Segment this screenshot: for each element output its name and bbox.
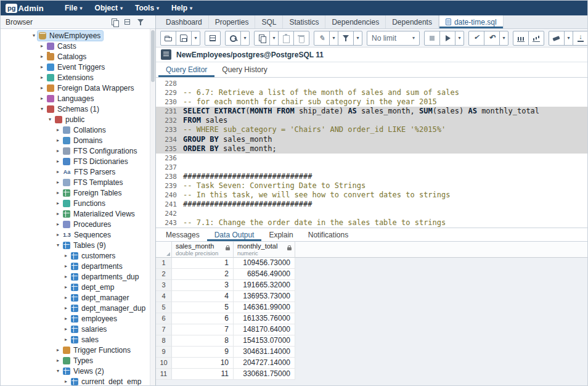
row-number[interactable]: 3	[156, 280, 172, 291]
tree-item-functions[interactable]: ▸Functions	[1, 198, 150, 208]
chevron-right-icon[interactable]: ▸	[62, 284, 70, 290]
tree-item-newemployees[interactable]: ▾NewEmployees	[1, 30, 150, 41]
menu-tools[interactable]: Tools▾	[130, 2, 164, 14]
column-header-sales-month[interactable]: sales_monthdouble precision	[172, 242, 234, 258]
tab-dependents[interactable]: Dependents	[386, 15, 439, 28]
chevron-right-icon[interactable]: ▸	[62, 316, 70, 321]
find-options-button[interactable]: ▾	[240, 31, 250, 46]
tab-notifications[interactable]: Notifications	[301, 228, 356, 241]
cell[interactable]: 191665.32000	[234, 280, 295, 291]
tree-item-materialized-views[interactable]: ▸Materialized Views	[1, 208, 150, 219]
cancel-query-button[interactable]	[424, 31, 440, 46]
row-number[interactable]: 1	[156, 258, 172, 269]
tree-item-extensions[interactable]: ▸Extensions	[1, 72, 150, 83]
chevron-right-icon[interactable]: ▸	[54, 127, 62, 133]
tab-dependencies[interactable]: Dependencies	[325, 15, 386, 28]
sql-editor[interactable]: 228229-- 6.7: Retrieve a list of the mon…	[156, 78, 587, 228]
cell[interactable]: 136953.73000	[234, 291, 295, 302]
row-number[interactable]: 2	[156, 269, 172, 280]
tab-dashboard[interactable]: Dashboard	[160, 15, 209, 28]
cell[interactable]: 6	[172, 313, 234, 324]
explain-button[interactable]	[513, 31, 529, 46]
chevron-right-icon[interactable]: ▸	[54, 190, 62, 195]
cell[interactable]: 304631.14000	[234, 347, 295, 358]
paste-button[interactable]	[278, 31, 294, 46]
editor-line[interactable]: 231SELECT EXTRACT(MONTH FROM ship_date) …	[156, 107, 587, 116]
cell[interactable]: 1	[172, 258, 234, 269]
tree-item-current-dept-emp[interactable]: ▸current_dept_emp	[1, 376, 150, 386]
tab-query-history[interactable]: Query History	[214, 62, 274, 77]
download-csv-button[interactable]	[573, 31, 588, 46]
editor-line[interactable]: 228	[156, 79, 587, 88]
chevron-right-icon[interactable]: ▸	[62, 274, 70, 279]
row-limit-select[interactable]: No limit▾	[367, 31, 420, 46]
tree-item-languages[interactable]: ▸Languages	[1, 93, 150, 104]
chevron-down-icon[interactable]: ▾	[54, 368, 62, 374]
tree-scrollbar-thumb[interactable]	[151, 30, 155, 82]
chevron-right-icon[interactable]: ▸	[54, 358, 62, 363]
save-options-button[interactable]: ▾	[191, 31, 200, 46]
editor-line[interactable]: 239-- Task Seven: Converting Date to Str…	[156, 181, 587, 191]
tree-item-types[interactable]: ▸Types	[1, 355, 150, 366]
chevron-right-icon[interactable]: ▸	[38, 96, 46, 101]
chevron-right-icon[interactable]: ▸	[62, 337, 70, 342]
copy-options-button[interactable]: ▾	[269, 31, 279, 46]
panel-grid-icon[interactable]	[123, 18, 131, 26]
cell[interactable]: 9	[172, 347, 234, 358]
tree-item-schemas-1[interactable]: ▾Schemas (1)	[1, 104, 150, 114]
tree-item-sales[interactable]: ▸sales	[1, 334, 150, 345]
tab-explain[interactable]: Explain	[261, 228, 300, 241]
editor-line[interactable]: 232FROM sales	[156, 116, 587, 125]
chevron-right-icon[interactable]: ▸	[54, 179, 62, 185]
tree-item-customers[interactable]: ▸customers	[1, 250, 150, 261]
cell[interactable]: 7	[172, 324, 234, 335]
panel-filter-icon[interactable]	[136, 18, 144, 26]
editor-line[interactable]: 242	[156, 209, 587, 218]
view-data-button[interactable]	[205, 31, 221, 46]
tree-item-domains[interactable]: ▸Domains	[1, 135, 150, 146]
editor-line[interactable]: 243-- 7.1: Change the order date in the …	[156, 218, 587, 228]
chevron-down-icon[interactable]: ▾	[46, 117, 54, 122]
chevron-right-icon[interactable]: ▸	[38, 75, 46, 80]
chevron-right-icon[interactable]: ▸	[62, 305, 70, 311]
cell[interactable]: 2	[172, 269, 234, 280]
tree-item-departments-dup[interactable]: ▸departments_dup	[1, 271, 150, 282]
chevron-right-icon[interactable]: ▸	[54, 169, 62, 175]
filter-button[interactable]	[338, 31, 354, 46]
menu-help[interactable]: Help▾	[166, 2, 197, 14]
edit-button[interactable]	[314, 31, 330, 46]
chevron-down-icon[interactable]: ▾	[54, 242, 62, 248]
rollback-button[interactable]	[484, 31, 500, 46]
execute-options-button[interactable]: ▾	[455, 31, 464, 46]
tab-statistics[interactable]: Statistics	[283, 15, 325, 28]
rollback-options-button[interactable]: ▾	[499, 31, 508, 46]
tree-item-public[interactable]: ▾public	[1, 114, 150, 125]
tab-sql[interactable]: SQL	[255, 15, 283, 28]
panel-layers-icon[interactable]	[110, 18, 118, 26]
chevron-right-icon[interactable]: ▸	[62, 263, 70, 269]
row-number[interactable]: 8	[156, 335, 172, 347]
tab-properties[interactable]: Properties	[209, 15, 256, 28]
cell[interactable]: 148170.64000	[234, 324, 295, 335]
chevron-right-icon[interactable]: ▸	[38, 85, 46, 91]
tree-item-views-2[interactable]: ▾Views (2)	[1, 366, 150, 376]
chevron-right-icon[interactable]: ▸	[54, 211, 62, 216]
editor-line[interactable]: 230-- for each month for chair sub categ…	[156, 97, 587, 107]
open-file-button[interactable]	[160, 31, 176, 46]
chevron-right-icon[interactable]: ▸	[54, 221, 62, 227]
chevron-right-icon[interactable]: ▸	[54, 138, 62, 143]
tree-item-procedures[interactable]: ▸Procedures	[1, 219, 150, 229]
delete-button[interactable]	[293, 31, 309, 46]
chevron-right-icon[interactable]: ▸	[62, 379, 70, 384]
row-number[interactable]: 9	[156, 347, 172, 358]
chevron-right-icon[interactable]: ▸	[54, 232, 62, 237]
row-number[interactable]: 6	[156, 313, 172, 324]
editor-line[interactable]: 238#############################	[156, 172, 587, 181]
tree-item-employees[interactable]: ▸employees	[1, 313, 150, 324]
tree-item-departments[interactable]: ▸departments	[1, 261, 150, 271]
chevron-down-icon[interactable]: ▾	[38, 106, 46, 112]
pgadmin-logo[interactable]: pg Admin	[6, 4, 44, 13]
row-number[interactable]: 7	[156, 324, 172, 335]
row-number[interactable]: 5	[156, 302, 172, 313]
cell[interactable]: 161335.76000	[234, 313, 295, 324]
